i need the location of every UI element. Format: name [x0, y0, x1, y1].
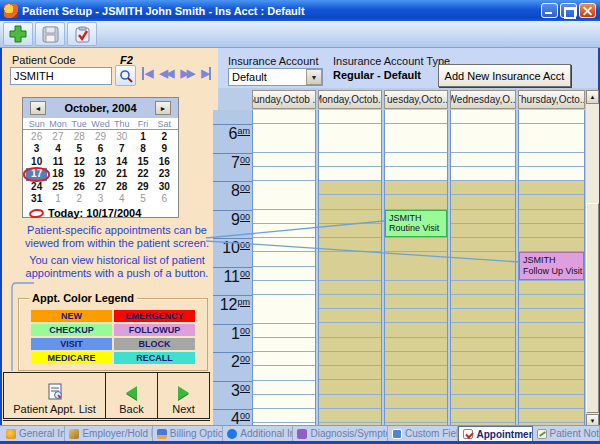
calendar-day[interactable]: 5 — [69, 143, 90, 155]
next-month-button[interactable]: ► — [155, 101, 171, 115]
day-column-header[interactable]: Wednesday,O... — [450, 90, 516, 109]
tab-additional-info[interactable]: Additional Info — [223, 426, 293, 441]
calendar-day[interactable]: 23 — [154, 168, 175, 180]
calendar-day[interactable]: 9 — [154, 143, 175, 155]
calendar-day[interactable]: 11 — [47, 156, 68, 168]
appt-color-legend: Appt. Color Legend NEWEMERGENCYCHECKUPFO… — [18, 298, 208, 371]
verify-button[interactable] — [67, 22, 97, 46]
calendar-day[interactable]: 4 — [47, 143, 68, 155]
calendar-day[interactable]: 3 — [26, 143, 47, 155]
calendar-day[interactable]: 24 — [26, 181, 47, 193]
scrollbar-thumb[interactable] — [586, 203, 599, 413]
day-column[interactable] — [318, 110, 382, 428]
calendar-day[interactable]: 21 — [111, 168, 132, 180]
calendar-day[interactable]: 1 — [132, 131, 153, 143]
calendar-day[interactable]: 15 — [132, 156, 153, 168]
day-column-header[interactable]: Tuesday,Octo... — [384, 90, 448, 109]
day-column-header[interactable]: Sunday,Octob ... — [252, 90, 316, 109]
calendar-month-label: October, 2004 — [64, 102, 136, 114]
calendar-day[interactable]: 30 — [154, 181, 175, 193]
chevron-down-icon[interactable]: ▼ — [306, 69, 322, 85]
bottom-tab-bar: General InfoEmployer/Hold InfoBilling Op… — [0, 425, 600, 441]
patient-search-button[interactable] — [115, 65, 136, 86]
next-arrow-icon — [178, 386, 189, 400]
vertical-scrollbar[interactable]: ▲ ▼ — [586, 90, 599, 428]
appointment-block[interactable]: JSMITHFollow Up Visit — [519, 252, 584, 280]
day-column-header[interactable]: Thursday,Octo... — [518, 90, 585, 109]
calendar-day[interactable]: 6 — [90, 143, 111, 155]
calendar-day[interactable]: 27 — [47, 131, 68, 143]
patient-code-label: Patient Code — [12, 54, 76, 66]
calendar-day-selected[interactable]: 17 — [26, 168, 47, 180]
close-button[interactable] — [579, 3, 596, 18]
minimize-button[interactable] — [541, 3, 558, 18]
time-label: 1000 — [213, 238, 252, 267]
tab-label: Appointments — [476, 429, 532, 440]
add-patient-button[interactable] — [3, 22, 33, 46]
calendar-day[interactable]: 16 — [154, 156, 175, 168]
day-column[interactable] — [384, 110, 448, 428]
add-new-insurance-acct-button[interactable]: Add New Insurance Acct — [438, 64, 571, 87]
calendar-day[interactable]: 18 — [47, 168, 68, 180]
action-button-row: Patient Appt. List Back Next — [3, 372, 210, 419]
calendar-day[interactable]: 13 — [90, 156, 111, 168]
calendar-day[interactable]: 1 — [47, 193, 68, 205]
calendar-day[interactable]: 3 — [90, 193, 111, 205]
record-navigator: ◀ ◀◀ ▶▶ ▶ — [142, 67, 211, 80]
calendar-day[interactable]: 12 — [69, 156, 90, 168]
calendar-day[interactable]: 2 — [154, 131, 175, 143]
first-record-button[interactable]: ◀ — [142, 67, 151, 80]
calendar-day[interactable]: 26 — [26, 131, 47, 143]
calendar-day[interactable]: 30 — [111, 131, 132, 143]
calendar-day[interactable]: 29 — [132, 181, 153, 193]
today-label[interactable]: Today: 10/17/2004 — [48, 207, 141, 219]
calendar-day[interactable]: 28 — [69, 131, 90, 143]
tab-general-info[interactable]: General Info — [2, 426, 65, 441]
tab-custom-fields[interactable]: Custom Fields — [388, 426, 459, 441]
last-record-button[interactable]: ▶ — [201, 67, 210, 80]
calendar-day[interactable]: 6 — [154, 193, 175, 205]
calendar-day[interactable]: 25 — [47, 181, 68, 193]
time-label: 1100 — [213, 267, 252, 296]
patient-appt-list-button[interactable]: Patient Appt. List — [4, 373, 106, 418]
day-column[interactable] — [252, 110, 316, 428]
next-button[interactable]: Next — [158, 373, 209, 418]
maximize-button[interactable] — [560, 3, 577, 18]
tab-diagnosis-symptoms[interactable]: Diagnosis/Symptoms — [293, 426, 388, 441]
previous-record-button[interactable]: ◀◀ — [159, 67, 172, 80]
day-column[interactable] — [450, 110, 516, 428]
patient-code-input[interactable] — [10, 67, 112, 85]
insurance-account-select[interactable]: Default ▼ — [228, 68, 323, 86]
tab-appointments[interactable]: Appointments — [458, 426, 532, 441]
next-record-button[interactable]: ▶▶ — [180, 67, 193, 80]
floppy-disk-icon — [42, 26, 59, 43]
calendar-day[interactable]: 4 — [111, 193, 132, 205]
scroll-up-button[interactable]: ▲ — [586, 90, 599, 104]
legend-grid: NEWEMERGENCYCHECKUPFOLLOWUPVISITBLOCKMED… — [31, 310, 195, 364]
info-paragraph-1: Patient-specific appointments can be vie… — [24, 224, 210, 249]
calendar-day[interactable]: 19 — [69, 168, 90, 180]
calendar-day[interactable]: 5 — [132, 193, 153, 205]
back-button[interactable]: Back — [106, 373, 158, 418]
calendar-day[interactable]: 20 — [90, 168, 111, 180]
calendar-day[interactable]: 31 — [26, 193, 47, 205]
calendar-day[interactable]: 28 — [111, 181, 132, 193]
calendar-day[interactable]: 2 — [69, 193, 90, 205]
business-hours-area — [451, 181, 515, 428]
calendar-day[interactable]: 8 — [132, 143, 153, 155]
report-icon — [47, 383, 63, 400]
calendar-day[interactable]: 29 — [90, 131, 111, 143]
previous-month-button[interactable]: ◄ — [30, 101, 46, 115]
calendar-day[interactable]: 27 — [90, 181, 111, 193]
notes-tab-icon — [537, 429, 547, 439]
calendar-day[interactable]: 7 — [111, 143, 132, 155]
tab-employer-hold-info[interactable]: Employer/Hold Info — [65, 426, 152, 441]
day-column-header[interactable]: Monday,Octob... — [318, 90, 382, 109]
save-button[interactable] — [35, 22, 65, 46]
calendar-day[interactable]: 14 — [111, 156, 132, 168]
appointment-block[interactable]: JSMITHRoutine Visit — [385, 210, 447, 238]
tab-billing-options[interactable]: Billing Options — [153, 426, 224, 441]
tab-patient-notes[interactable]: Patient Notes — [533, 426, 600, 441]
calendar-day[interactable]: 26 — [69, 181, 90, 193]
calendar-day[interactable]: 22 — [132, 168, 153, 180]
